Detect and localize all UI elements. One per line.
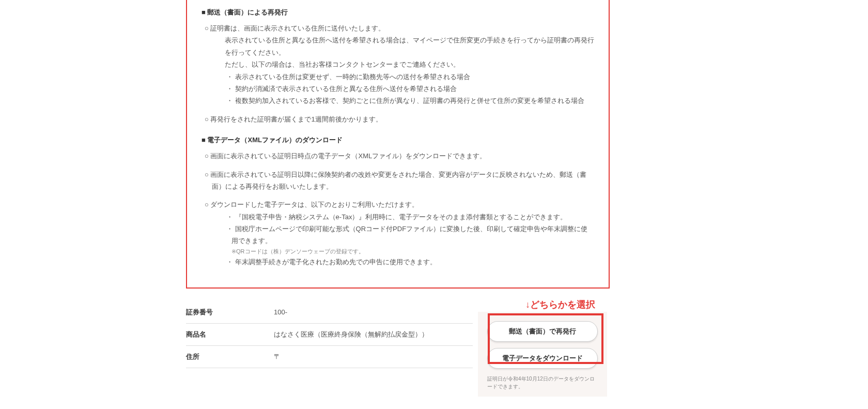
s2-item2: ○ 画面に表示されている証明日以降に保険契約者の改姓や変更をされた場合、変更内容… [202,169,594,193]
download-note: 証明日が令和4年10月12日のデータをダウンロードできます。 [487,375,598,390]
section1-title: ■ 郵送（書面）による再発行 [202,0,594,17]
row1-label: 証券番号 [186,301,274,323]
s2-bullet1: ・ 『国税電子申告・納税システム（e-Tax）』利用時に、電子データをそのまま添… [202,211,594,223]
s1-item1: ○ 証明書は、画面に表示されている住所に送付いたします。 [202,22,594,34]
mail-reissue-button[interactable]: 郵送（書面）で再発行 [487,321,598,342]
s1-item2: ○ 再発行をされた証明書が届くまで1週間前後かかります。 [202,113,594,125]
info-box: ■ 郵送（書面）による再発行 ○ 証明書は、画面に表示されている住所に送付いたし… [186,0,610,289]
s2-note: ※QRコードは（株）デンソーウェーブの登録です。 [202,247,594,256]
table-row: 証券番号 100- [186,301,473,324]
table-row: 住所 〒 [186,346,473,368]
annotation-text: ↓どちらかを選択 [525,298,595,311]
buttons-panel: 郵送（書面）で再発行 電子データをダウンロード 証明日が令和4年10月12日のデ… [478,312,607,397]
s2-item3: ○ ダウンロードした電子データは、以下のとおりご利用いただけます。 [202,199,594,210]
row2-label: 商品名 [186,324,274,345]
s1-bullet2: ・ 契約が消滅済で表示されている住所と異なる住所へ送付を希望される場合 [202,83,594,95]
s1-item1-sub1: 表示されている住所と異なる住所へ送付を希望される場合は、マイページで住所変更の手… [202,34,594,58]
table-area: ↓どちらかを選択 証券番号 100- 商品名 はなさく医療（医療終身保険（無解約… [186,301,610,368]
s2-item1: ○ 画面に表示されている証明日時点の電子データ（XMLファイル）をダウンロードで… [202,150,594,162]
row2-value: はなさく医療（医療終身保険（無解約払戻金型）） [274,324,473,345]
s1-bullet3: ・ 複数契約加入されているお客様で、契約ごとに住所が異なり、証明書の再発行と併せ… [202,95,594,107]
row3-label: 住所 [186,346,274,368]
download-data-button[interactable]: 電子データをダウンロード [487,348,598,369]
section2-title: ■ 電子データ（XMLファイル）のダウンロード [202,135,594,145]
row3-value: 〒 [274,346,473,368]
s2-bullet2: ・ 国税庁ホームページで印刷可能な形式（QRコード付PDFファイル）に変換した後… [202,223,594,247]
s1-item1-sub2: ただし、以下の場合は、当社お客様コンタクトセンターまでご連絡ください。 [202,58,594,70]
table-row: 商品名 はなさく医療（医療終身保険（無解約払戻金型）） [186,324,473,346]
s2-bullet3: ・ 年末調整手続きが電子化されたお勤め先での申告に使用できます。 [202,256,594,268]
row1-value: 100- [274,302,473,322]
s1-bullet1: ・ 表示されている住所は変更せず、一時的に勤務先等への送付を希望される場合 [202,71,594,83]
